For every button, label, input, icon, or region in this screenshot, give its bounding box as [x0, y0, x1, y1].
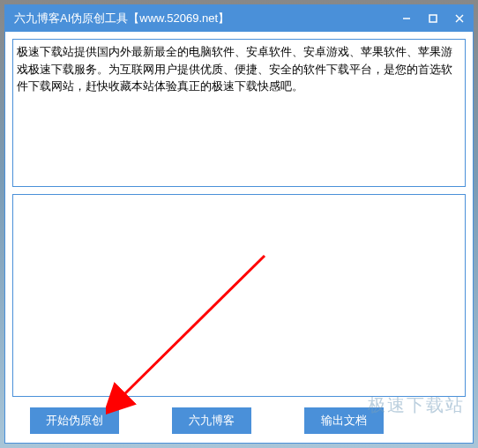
input-textarea[interactable] — [12, 39, 466, 187]
minimize-button[interactable] — [393, 5, 420, 32]
app-window: 六九博客AI伪原创工具【www.52069.net】 开始伪原创 六九博客 输出… — [4, 4, 474, 444]
content-area: 开始伪原创 六九博客 输出文档 — [5, 32, 473, 448]
output-textarea[interactable] — [12, 194, 466, 397]
blog-button[interactable]: 六九博客 — [172, 407, 251, 434]
close-icon — [455, 14, 464, 23]
window-title: 六九博客AI伪原创工具【www.52069.net】 — [14, 11, 393, 26]
export-button[interactable]: 输出文档 — [304, 407, 384, 434]
button-row: 开始伪原创 六九博客 输出文档 — [12, 404, 466, 441]
maximize-icon — [429, 14, 437, 23]
svg-rect-1 — [429, 15, 437, 22]
close-button[interactable] — [446, 5, 473, 32]
minimize-icon — [402, 14, 411, 23]
window-controls — [393, 5, 473, 32]
maximize-button[interactable] — [420, 5, 446, 32]
titlebar: 六九博客AI伪原创工具【www.52069.net】 — [5, 5, 473, 32]
start-button[interactable]: 开始伪原创 — [30, 407, 119, 434]
